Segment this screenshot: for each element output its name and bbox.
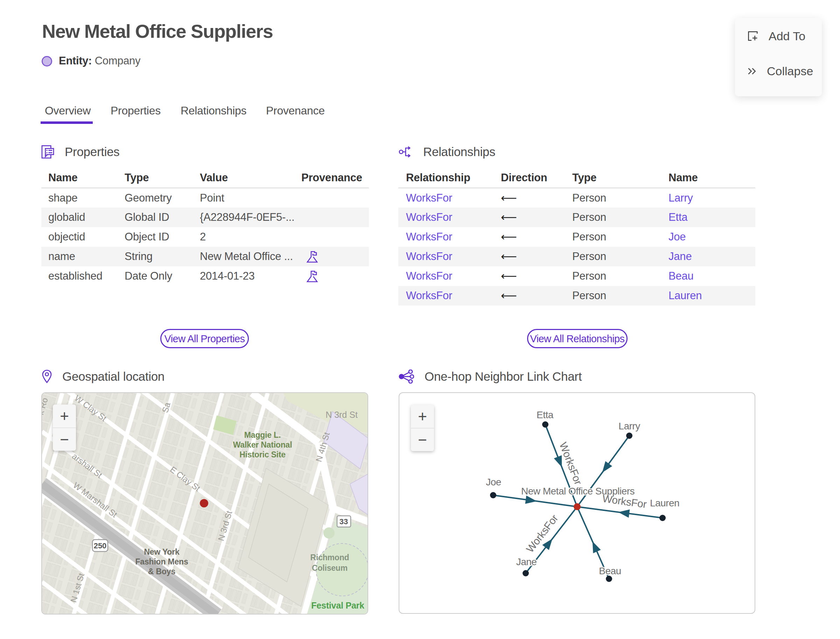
svg-text:WorksFor: WorksFor [601,493,648,510]
svg-text:Lauren: Lauren [650,498,679,509]
svg-text:Historic Site: Historic Site [239,450,286,459]
svg-text:Festival Park: Festival Park [311,601,364,610]
svg-text:Joe: Joe [486,477,501,488]
svg-text:New York: New York [144,547,179,556]
svg-text:Larry: Larry [619,421,640,431]
svg-text:Jane: Jane [516,556,537,567]
svg-text:Etta: Etta [536,409,554,420]
svg-text:Richmond: Richmond [310,553,349,562]
svg-text:Fashion Mens: Fashion Mens [135,557,188,566]
svg-text:250: 250 [94,541,107,550]
svg-text:& Boys: & Boys [148,567,175,576]
svg-text:Beau: Beau [599,566,621,576]
svg-text:Maggie L.: Maggie L. [244,431,281,440]
svg-text:WorksFor: WorksFor [524,512,560,555]
svg-text:Coliseum: Coliseum [312,563,348,572]
svg-text:Walker National: Walker National [233,440,292,449]
svg-text:N 3rd St: N 3rd St [326,410,358,420]
svg-text:33: 33 [339,517,348,526]
